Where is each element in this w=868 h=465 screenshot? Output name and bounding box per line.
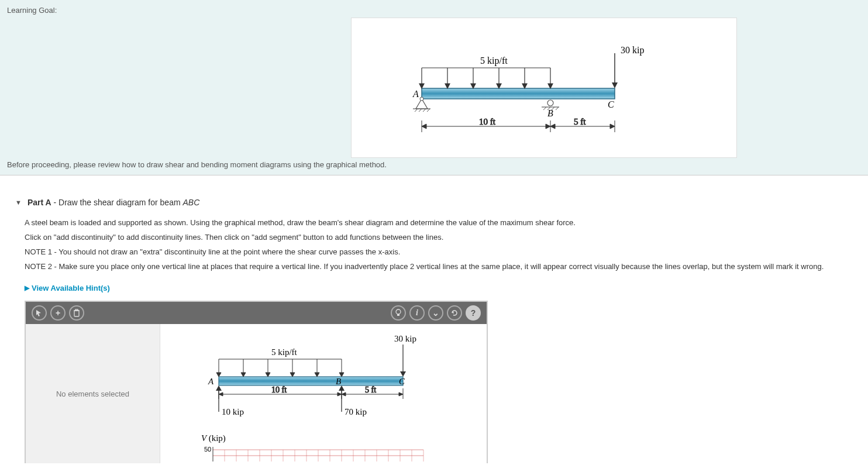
instr-note-1: NOTE 1 - You should not draw an "extra" … bbox=[25, 247, 849, 258]
hint-text: View Available Hint(s) bbox=[32, 284, 110, 292]
tool-react-B: 70 kip bbox=[339, 385, 367, 416]
hint-bulb-button[interactable] bbox=[391, 305, 406, 321]
tool-body: No elements selected bbox=[26, 324, 487, 463]
svg-rect-39 bbox=[75, 309, 78, 311]
main-content: ▼ Part A - Draw the shear diagram for be… bbox=[0, 175, 868, 463]
reset-button[interactable] bbox=[447, 305, 462, 321]
svg-marker-36 bbox=[610, 124, 615, 129]
tick-50: 50 bbox=[204, 446, 211, 453]
dimension-5ft: 5 ft bbox=[550, 117, 615, 132]
tool-point-load: 30 kip bbox=[394, 334, 416, 377]
support-B: B bbox=[542, 100, 559, 118]
point-load-C: 30 kip bbox=[612, 45, 644, 88]
svg-marker-32 bbox=[546, 124, 550, 129]
tool-pointload-label: 30 kip bbox=[394, 334, 416, 343]
dimension-10ft: 10 ft bbox=[422, 117, 550, 132]
instr-note-2: NOTE 2 - Make sure you place only one ve… bbox=[25, 261, 849, 273]
info-button[interactable]: i bbox=[409, 305, 425, 321]
svg-marker-8 bbox=[497, 84, 501, 88]
svg-marker-55 bbox=[339, 373, 344, 377]
part-a-header[interactable]: ▼ Part A - Draw the shear diagram for be… bbox=[15, 198, 861, 207]
svg-line-19 bbox=[423, 109, 426, 112]
before-proceeding-text: Before proceeding, please review how to … bbox=[7, 160, 387, 169]
svg-marker-12 bbox=[548, 84, 553, 88]
expand-button[interactable]: ⌄ bbox=[428, 305, 443, 321]
svg-point-40 bbox=[396, 309, 401, 314]
svg-marker-53 bbox=[315, 373, 319, 377]
tool-reactA-label: 10 kip bbox=[222, 407, 244, 416]
selection-status-panel: No elements selected bbox=[26, 324, 160, 463]
hint-caret-icon: ▶ bbox=[25, 284, 29, 292]
selection-status-text: No elements selected bbox=[56, 390, 129, 398]
svg-marker-49 bbox=[266, 373, 270, 377]
svg-marker-47 bbox=[241, 373, 246, 377]
tool-dim-5ft: 5 ft bbox=[342, 385, 403, 399]
svg-rect-41 bbox=[397, 314, 399, 316]
tool-A-label: A bbox=[208, 377, 214, 386]
instr-line-2: Click on "add discontinuity" to add disc… bbox=[25, 232, 849, 243]
svg-line-18 bbox=[419, 109, 422, 112]
svg-marker-70 bbox=[399, 392, 403, 396]
tool-B-label: B bbox=[336, 377, 341, 386]
pointer-tool-button[interactable] bbox=[32, 305, 47, 321]
instr-line-1: A steel beam is loaded and supported as … bbox=[25, 218, 849, 229]
part-label: Part A bbox=[27, 198, 51, 207]
svg-marker-10 bbox=[522, 84, 527, 88]
tool-dim-10ft: 10 ft bbox=[219, 385, 342, 399]
dist-load-label: 5 kip/ft bbox=[480, 56, 508, 66]
svg-marker-51 bbox=[290, 373, 295, 377]
tool-react-A: 10 kip bbox=[216, 385, 244, 416]
learning-goal-label: Learning Goal: bbox=[7, 6, 861, 15]
point-C-label: C bbox=[608, 99, 614, 109]
learning-goal-panel: Learning Goal: bbox=[0, 0, 868, 175]
tool-distload-label: 5 kip/ft bbox=[271, 347, 298, 357]
distributed-load: 5 kip/ft bbox=[419, 56, 553, 88]
svg-marker-4 bbox=[445, 84, 450, 88]
svg-marker-6 bbox=[471, 84, 476, 88]
svg-marker-35 bbox=[550, 124, 555, 129]
add-button[interactable]: + bbox=[50, 305, 66, 321]
tool-beam-rect bbox=[219, 377, 403, 385]
svg-point-21 bbox=[420, 97, 423, 101]
svg-line-24 bbox=[543, 107, 546, 110]
beam-rect bbox=[422, 88, 615, 99]
part-title-prefix: - Draw the shear diagram for beam bbox=[51, 198, 183, 207]
drawing-tool-frame: + i ⌄ ? No elements selected bbox=[25, 301, 488, 463]
point-A-label: A bbox=[412, 89, 419, 99]
svg-marker-69 bbox=[342, 392, 346, 396]
help-button[interactable]: ? bbox=[466, 305, 481, 321]
dim1-label: 10 ft bbox=[479, 117, 496, 126]
instructions-block: A steel beam is loaded and supported as … bbox=[25, 218, 849, 272]
part-beam-name: ABC bbox=[182, 198, 199, 207]
y-axis-label: V (kip) bbox=[201, 433, 226, 443]
part-title: Part A - Draw the shear diagram for beam… bbox=[27, 198, 199, 207]
svg-marker-14 bbox=[612, 82, 618, 88]
svg-line-17 bbox=[415, 109, 418, 112]
svg-line-27 bbox=[556, 107, 559, 110]
drawing-toolbar: + i ⌄ ? bbox=[26, 302, 487, 324]
svg-line-20 bbox=[427, 109, 430, 112]
point-B-label: B bbox=[547, 108, 553, 118]
canvas-area[interactable]: 5 kip/ft 30 kip A B C bbox=[160, 324, 487, 463]
tool-reactB-label: 70 kip bbox=[345, 407, 367, 416]
view-hints-link[interactable]: ▶ View Available Hint(s) bbox=[25, 284, 110, 292]
svg-point-22 bbox=[547, 100, 553, 106]
tool-C-label: C bbox=[399, 377, 405, 386]
svg-marker-65 bbox=[219, 392, 223, 396]
svg-marker-57 bbox=[400, 371, 406, 377]
svg-rect-37 bbox=[74, 311, 79, 316]
svg-marker-31 bbox=[422, 124, 426, 129]
tool-dim2: 5 ft bbox=[365, 385, 376, 394]
trash-button[interactable] bbox=[69, 305, 84, 321]
main-figure: 5 kip/ft 30 kip A B bbox=[351, 18, 737, 158]
tool-dim1: 10 ft bbox=[271, 385, 287, 394]
collapse-caret-icon[interactable]: ▼ bbox=[15, 199, 22, 206]
tool-dist-load: 5 kip/ft bbox=[216, 347, 344, 377]
svg-marker-2 bbox=[419, 84, 424, 88]
dim2-label: 5 ft bbox=[574, 117, 586, 126]
svg-marker-45 bbox=[216, 373, 221, 377]
point-load-label: 30 kip bbox=[621, 45, 644, 56]
